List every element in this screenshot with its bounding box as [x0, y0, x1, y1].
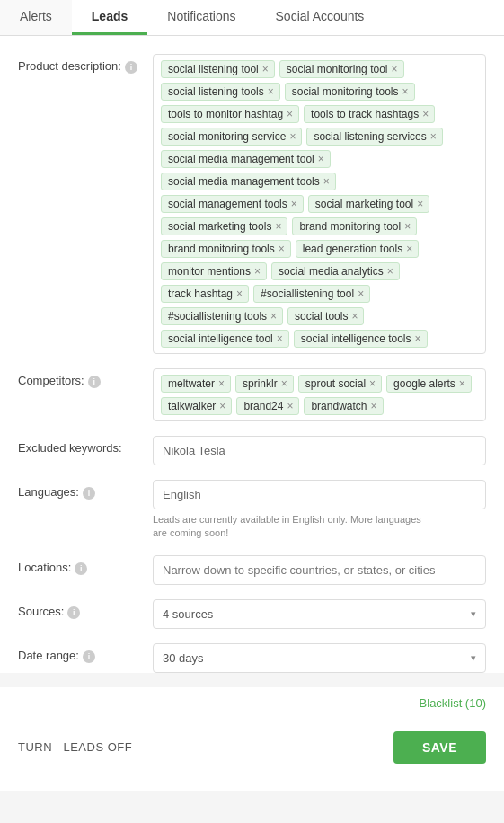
list-item: tools to monitor hashtag× [161, 105, 299, 123]
list-item: social monitoring tools× [285, 83, 415, 101]
product-description-row: Product description: i social listening … [18, 54, 486, 354]
product-description-tag-box[interactable]: social listening tool×social monitoring … [153, 54, 486, 354]
close-icon[interactable]: × [406, 243, 412, 254]
date-range-chevron-icon: ▾ [471, 652, 476, 664]
tabs-bar: Alerts Leads Notifications Social Accoun… [0, 0, 504, 36]
tab-leads[interactable]: Leads [72, 0, 147, 35]
excluded-keywords-row: Excluded keywords: [18, 436, 486, 465]
list-item: social media management tools× [161, 173, 336, 190]
list-item: #sociallistening tool× [253, 285, 370, 303]
list-item: social marketing tools× [161, 217, 287, 235]
list-item: lead generation tools× [296, 240, 419, 258]
list-item: brandwatch× [304, 397, 383, 415]
close-icon[interactable]: × [219, 401, 225, 412]
product-description-info-icon[interactable]: i [125, 61, 137, 74]
list-item: meltwater× [161, 375, 231, 393]
product-description-content: social listening tool×social monitoring … [153, 54, 486, 354]
sources-label: Sources: i [18, 599, 153, 629]
date-range-label: Date range: i [18, 643, 153, 673]
close-icon[interactable]: × [289, 131, 296, 142]
excluded-keywords-input[interactable] [153, 436, 486, 465]
list-item: tools to track hashtags× [304, 105, 435, 123]
list-item: social media management tool× [161, 150, 331, 168]
list-item: brand monitoring tool× [292, 217, 417, 235]
close-icon[interactable]: × [404, 221, 411, 232]
close-icon[interactable]: × [279, 243, 285, 254]
list-item: social monitoring service× [161, 128, 302, 146]
blacklist-link-container: Blacklist (10) [18, 696, 486, 710]
product-description-label: Product description: i [18, 54, 153, 354]
turn-leads-off-button[interactable]: TURN LEADS OFF [18, 740, 132, 754]
sources-content: 4 sources ▾ [153, 599, 486, 629]
competitors-tag-box[interactable]: meltwater×sprinklr×sprout social×google … [153, 368, 486, 421]
close-icon[interactable]: × [287, 109, 293, 119]
languages-label: Languages: i [18, 480, 153, 541]
main-content: Product description: i social listening … [0, 36, 504, 673]
close-icon[interactable]: × [323, 176, 330, 187]
close-icon[interactable]: × [268, 86, 274, 97]
close-icon[interactable]: × [422, 109, 429, 119]
list-item: brand monitoring tools× [161, 240, 291, 258]
tab-social-accounts[interactable]: Social Accounts [256, 0, 385, 35]
close-icon[interactable]: × [391, 64, 397, 75]
date-range-dropdown[interactable]: 30 days ▾ [153, 643, 486, 673]
list-item: social management tools× [161, 195, 304, 213]
competitors-row: Competitors: i meltwater×sprinklr×sprout… [18, 368, 486, 421]
list-item: social intelligence tool× [161, 330, 289, 348]
close-icon[interactable]: × [218, 378, 225, 389]
languages-input[interactable] [153, 480, 486, 509]
close-icon[interactable]: × [262, 64, 269, 75]
locations-row: Locations: i [18, 555, 486, 585]
close-icon[interactable]: × [370, 401, 376, 412]
list-item: sprinklr× [235, 375, 294, 393]
close-icon[interactable]: × [459, 378, 465, 389]
close-icon[interactable]: × [358, 288, 364, 299]
competitors-content: meltwater×sprinklr×sprout social×google … [153, 368, 486, 421]
date-range-row: Date range: i 30 days ▾ [18, 643, 486, 673]
close-icon[interactable]: × [287, 401, 293, 412]
languages-note: Leads are currently available in English… [153, 513, 486, 541]
close-icon[interactable]: × [270, 311, 277, 322]
list-item: sprout social× [298, 375, 382, 393]
turn-label: TURN [18, 740, 52, 754]
close-icon[interactable]: × [281, 378, 287, 389]
close-icon[interactable]: × [277, 333, 283, 344]
close-icon[interactable]: × [402, 86, 408, 97]
close-icon[interactable]: × [291, 199, 297, 209]
close-icon[interactable]: × [369, 378, 376, 389]
sources-dropdown[interactable]: 4 sources ▾ [153, 599, 486, 629]
list-item: social media analytics× [271, 262, 400, 280]
list-item: google alerts× [386, 375, 472, 393]
excluded-keywords-label: Excluded keywords: [18, 436, 153, 465]
sources-info-icon[interactable]: i [67, 606, 80, 619]
date-range-info-icon[interactable]: i [83, 650, 95, 663]
list-item: monitor mentions× [161, 262, 267, 280]
list-item: social tools× [287, 307, 364, 325]
close-icon[interactable]: × [430, 131, 437, 142]
competitors-info-icon[interactable]: i [88, 376, 101, 388]
tab-alerts[interactable]: Alerts [0, 0, 72, 35]
languages-info-icon[interactable]: i [83, 487, 95, 500]
leads-off-label: LEADS OFF [63, 740, 132, 754]
close-icon[interactable]: × [417, 199, 423, 209]
list-item: #sociallistening tools× [161, 307, 283, 325]
close-icon[interactable]: × [415, 333, 421, 344]
close-icon[interactable]: × [318, 154, 324, 164]
locations-input[interactable] [153, 555, 486, 585]
list-item: brand24× [236, 397, 299, 415]
close-icon[interactable]: × [236, 288, 243, 299]
close-icon[interactable]: × [351, 311, 358, 322]
sources-chevron-icon: ▾ [471, 608, 476, 620]
save-button[interactable]: SAVE [393, 731, 486, 764]
tab-notifications[interactable]: Notifications [147, 0, 255, 35]
list-item: track hashtag× [161, 285, 249, 303]
locations-info-icon[interactable]: i [75, 562, 87, 575]
close-icon[interactable]: × [387, 266, 393, 277]
list-item: social intelligence tools× [294, 330, 428, 348]
blacklist-link[interactable]: Blacklist (10) [420, 696, 486, 710]
list-item: social listening services× [306, 128, 442, 146]
close-icon[interactable]: × [275, 221, 281, 232]
close-icon[interactable]: × [254, 266, 261, 277]
bottom-area: Blacklist (10) TURN LEADS OFF SAVE [0, 687, 504, 791]
locations-content [153, 555, 486, 585]
